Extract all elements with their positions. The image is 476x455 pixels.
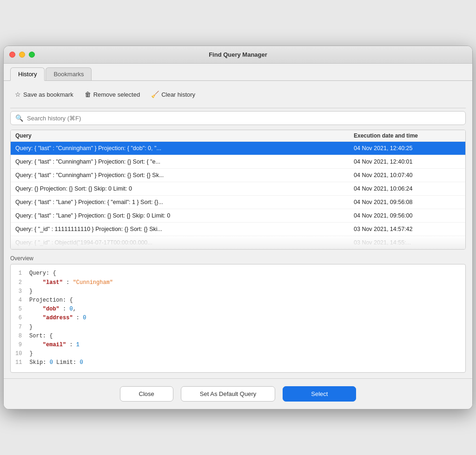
clear-history-button[interactable]: 🧹 Clear history <box>146 88 200 100</box>
eraser-icon: 🧹 <box>151 91 159 98</box>
star-icon: ☆ <box>15 91 21 98</box>
code-line: 2 "last" : "Cunningham" <box>15 278 461 287</box>
tabs-bar: History Bookmarks <box>4 64 472 81</box>
date-cell: 04 Nov 2021, 12:40:25 <box>354 145 461 152</box>
table-row[interactable]: Query: { "_id" : 11111111110 } Projectio… <box>11 223 465 236</box>
query-cell: Query: { "last" : "Cunningham" } Project… <box>15 145 354 152</box>
close-window-btn[interactable] <box>9 52 15 58</box>
code-line: 7 } <box>15 323 461 332</box>
code-line: 4 Projection: { <box>15 296 461 305</box>
table-header: Query Execution date and time <box>11 130 465 142</box>
query-cell: Query: { "last" : "Cunningham" } Project… <box>15 158 354 165</box>
query-cell: Query: { "last" : "Cunningham" } Project… <box>15 172 354 178</box>
search-input[interactable] <box>27 115 461 122</box>
title-bar: Find Query Manager <box>4 46 472 64</box>
set-default-button[interactable]: Set As Default Query <box>181 386 275 402</box>
table-row[interactable]: Query: {} Projection: {} Sort: {} Skip: … <box>11 182 465 196</box>
table-row[interactable]: Query: { "last" : "Cunningham" } Project… <box>11 169 465 182</box>
table-row[interactable]: Query: { "last" : "Cunningham" } Project… <box>11 142 465 155</box>
date-cell: 04 Nov 2021, 09:56:00 <box>354 212 461 219</box>
window-body: History Bookmarks ☆ Save as bookmark 🗑 R… <box>4 64 472 409</box>
overview-label: Overview <box>10 255 466 262</box>
table-row[interactable]: Query: { "last" : "Lane" } Projection: {… <box>11 209 465 223</box>
search-icon: 🔍 <box>15 114 23 122</box>
remove-selected-button[interactable]: 🗑 Remove selected <box>80 88 145 100</box>
footer: Close Set As Default Query Select <box>4 378 472 409</box>
table-row[interactable]: Query: { "last" : "Lane" } Projection: {… <box>11 196 465 209</box>
col-date-header: Execution date and time <box>354 132 461 139</box>
table-row-partial[interactable]: Query: { "_id" : ObjectId("1994-07-17T00… <box>11 236 465 249</box>
search-bar: 🔍 <box>10 111 466 125</box>
query-cell: Query: { "_id" : ObjectId("1994-07-17T00… <box>15 239 354 246</box>
tab-history[interactable]: History <box>10 67 45 81</box>
trash-icon: 🗑 <box>85 91 91 98</box>
table-row[interactable]: Query: { "last" : "Cunningham" } Project… <box>11 155 465 169</box>
select-button[interactable]: Select <box>283 386 356 402</box>
overview-section: Overview 1 Query: { 2 "last" : "Cunningh… <box>10 255 466 372</box>
code-line: 5 "dob" : 0, <box>15 305 461 314</box>
close-button[interactable]: Close <box>120 386 173 402</box>
date-cell: 04 Nov 2021, 09:56:08 <box>354 199 461 205</box>
date-cell: 03 Nov 2021, 14:55:... <box>354 239 461 246</box>
content-area: ☆ Save as bookmark 🗑 Remove selected 🧹 C… <box>4 81 472 378</box>
tab-bookmarks[interactable]: Bookmarks <box>46 67 92 80</box>
code-line: 11 Skip: 0 Limit: 0 <box>15 358 461 367</box>
date-cell: 04 Nov 2021, 12:40:01 <box>354 158 461 165</box>
query-table: Query Execution date and time Query: { "… <box>10 130 466 250</box>
date-cell: 04 Nov 2021, 10:06:24 <box>354 185 461 192</box>
window-title: Find Query Manager <box>209 51 267 58</box>
minimize-window-btn[interactable] <box>19 52 25 58</box>
main-window: Find Query Manager History Bookmarks ☆ S… <box>3 46 473 409</box>
query-cell: Query: { "_id" : 11111111110 } Projectio… <box>15 226 354 232</box>
date-cell: 04 Nov 2021, 10:07:40 <box>354 172 461 178</box>
code-line: 1 Query: { <box>15 269 461 278</box>
query-cell: Query: { "last" : "Lane" } Projection: {… <box>15 212 354 219</box>
code-block: 1 Query: { 2 "last" : "Cunningham" 3 } 4… <box>10 264 466 372</box>
code-line: 10 } <box>15 349 461 358</box>
query-cell: Query: {} Projection: {} Sort: {} Skip: … <box>15 185 354 192</box>
code-line: 3 } <box>15 287 461 296</box>
code-line: 8 Sort: { <box>15 332 461 341</box>
date-cell: 03 Nov 2021, 14:57:42 <box>354 226 461 232</box>
col-query-header: Query <box>15 132 354 139</box>
query-cell: Query: { "last" : "Lane" } Projection: {… <box>15 199 354 205</box>
code-line: 9 "email" : 1 <box>15 341 461 349</box>
save-bookmark-button[interactable]: ☆ Save as bookmark <box>10 88 78 100</box>
code-line: 6 "address" : 0 <box>15 314 461 323</box>
maximize-window-btn[interactable] <box>29 52 35 58</box>
window-controls <box>9 52 35 58</box>
toolbar-divider <box>10 108 466 108</box>
toolbar: ☆ Save as bookmark 🗑 Remove selected 🧹 C… <box>10 86 466 105</box>
